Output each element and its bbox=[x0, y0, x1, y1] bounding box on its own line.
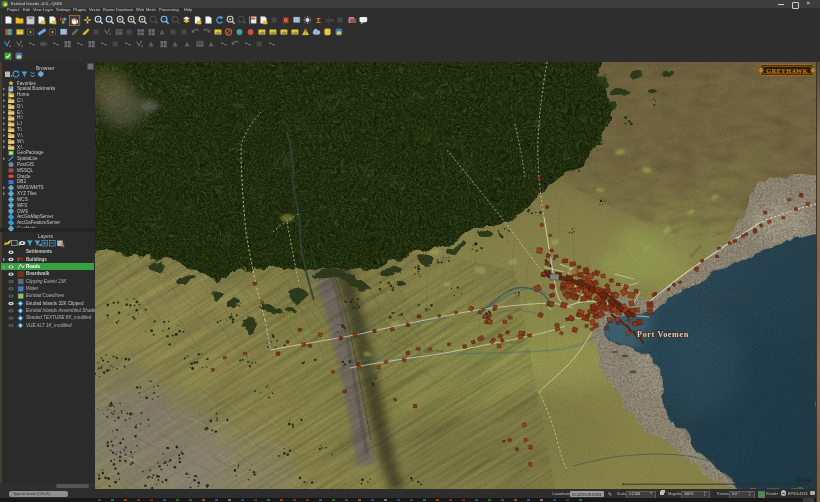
svg-text:ab: ab bbox=[260, 30, 265, 35]
svg-text:Σ: Σ bbox=[316, 16, 321, 25]
svg-text:ab: ab bbox=[293, 30, 298, 35]
svg-text:ab: ab bbox=[282, 30, 287, 35]
svg-text:ab: ab bbox=[271, 30, 276, 35]
svg-text:ab: ab bbox=[216, 30, 221, 35]
